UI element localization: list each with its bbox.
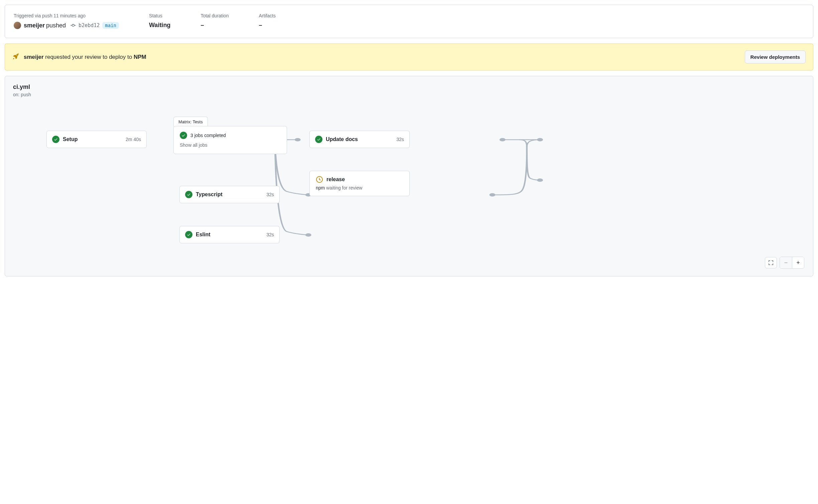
job-eslint-title: Eslint (196, 232, 211, 238)
commit-icon (71, 23, 76, 28)
rocket-icon (12, 53, 19, 61)
svg-point-7 (537, 178, 543, 182)
job-update-docs[interactable]: Update docs 32s (309, 131, 410, 148)
job-update-docs-duration: 32s (396, 137, 404, 142)
job-typescript-duration: 32s (266, 192, 274, 197)
graph-area[interactable]: Setup 2m 40s Matrix: Tests 3 jobs comple… (13, 104, 805, 264)
job-eslint-duration: 32s (266, 232, 274, 237)
job-setup-title: Setup (63, 136, 78, 142)
fullscreen-button[interactable] (765, 257, 777, 268)
check-icon (180, 132, 187, 139)
zoom-in-button[interactable]: + (792, 257, 804, 268)
workflow-subtitle: on: push (13, 92, 805, 97)
duration-column: Total duration – (200, 13, 229, 29)
status-label: Status (149, 13, 170, 18)
check-icon (315, 136, 322, 143)
job-eslint[interactable]: Eslint 32s (179, 226, 280, 243)
trigger-action: pushed (46, 22, 66, 29)
zoom-out-button[interactable]: − (780, 257, 792, 268)
job-matrix-title: 3 jobs completed (190, 133, 226, 138)
status-value: Waiting (149, 22, 170, 29)
svg-point-1 (295, 138, 301, 141)
duration-value: – (200, 22, 229, 29)
commit-sha[interactable]: b2ebd12 (79, 22, 100, 28)
trigger-actor[interactable]: smeijer (24, 22, 45, 29)
job-release-subtitle: npm waiting for review (316, 185, 403, 191)
artifacts-value: – (259, 22, 276, 29)
duration-label: Total duration (200, 13, 229, 18)
svg-point-3 (537, 138, 543, 141)
avatar[interactable] (14, 22, 21, 29)
job-typescript[interactable]: Typescript 32s (179, 186, 280, 203)
check-icon (185, 231, 192, 238)
workflow-title[interactable]: ci.yml (13, 84, 805, 91)
review-deployments-button[interactable]: Review deployments (745, 50, 806, 64)
svg-point-6 (305, 233, 311, 237)
artifacts-label: Artifacts (259, 13, 276, 18)
job-matrix-tests[interactable]: 3 jobs completed Show all jobs (173, 126, 287, 154)
trigger-column: Triggered via push 11 minutes ago smeije… (14, 13, 119, 29)
job-update-docs-title: Update docs (326, 136, 358, 142)
job-release-title: release (326, 176, 345, 182)
branch-pill[interactable]: main (102, 22, 119, 29)
banner-message: smeijer requested your review to deploy … (12, 53, 146, 61)
svg-point-5 (490, 193, 496, 197)
clock-icon (316, 176, 323, 183)
check-icon (52, 136, 59, 143)
run-summary-card: Triggered via push 11 minutes ago smeije… (5, 5, 813, 38)
job-setup[interactable]: Setup 2m 40s (46, 131, 147, 148)
job-setup-duration: 2m 40s (126, 137, 141, 142)
artifacts-column: Artifacts – (259, 13, 276, 29)
matrix-tab: Matrix: Tests (173, 117, 208, 127)
check-icon (185, 191, 192, 198)
job-typescript-title: Typescript (196, 192, 223, 198)
svg-point-2 (500, 138, 506, 141)
zoom-controls: − + (765, 257, 804, 269)
workflow-graph-card: ci.yml on: push Setup 2m 40s (5, 76, 813, 276)
banner-text: smeijer requested your review to deploy … (24, 54, 146, 60)
status-column: Status Waiting (149, 13, 170, 29)
trigger-label: Triggered via push 11 minutes ago (14, 13, 119, 18)
review-banner: smeijer requested your review to deploy … (5, 43, 813, 71)
trigger-line: smeijer pushed b2ebd12 main (14, 22, 119, 29)
job-matrix-subtitle[interactable]: Show all jobs (180, 142, 281, 148)
job-release[interactable]: release npm waiting for review (309, 171, 410, 196)
